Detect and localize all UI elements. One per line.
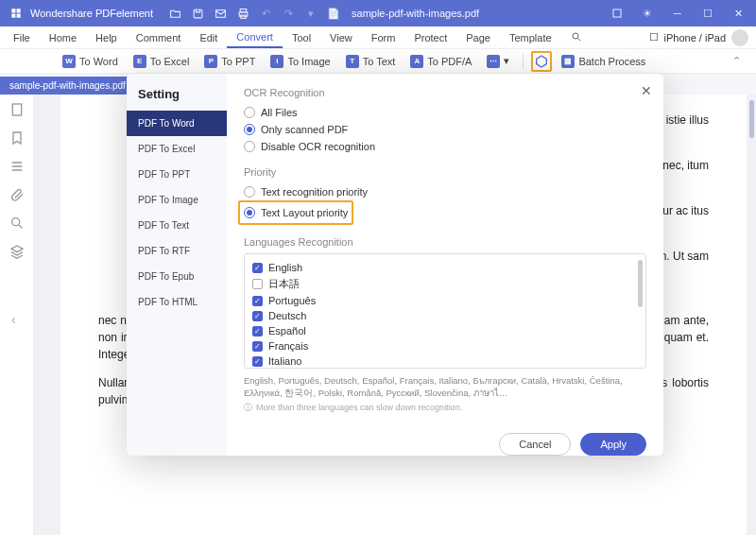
ocr-scanned-radio[interactable]: Only scanned PDF: [244, 121, 646, 138]
menu-tool[interactable]: Tool: [283, 28, 320, 47]
modal-side-pdf-to-word[interactable]: PDF To Word: [127, 111, 227, 136]
languages-section-label: Languages Recognition: [244, 236, 646, 248]
languages-note: ⓘMore than three languages can slow down…: [244, 402, 646, 414]
priority-text-recognition-radio[interactable]: Text recognition priority: [244, 183, 646, 200]
maximize-icon[interactable]: ☐: [694, 2, 722, 25]
svg-marker-7: [537, 56, 547, 67]
modal-sidebar: Setting PDF To Word PDF To Excel PDF To …: [127, 74, 227, 456]
ocr-section-label: OCR Recognition: [244, 87, 646, 98]
modal-side-pdf-to-ppt[interactable]: PDF To PPT: [127, 162, 227, 187]
batch-process-button[interactable]: ▦Batch Process: [556, 53, 651, 70]
menu-protect[interactable]: Protect: [404, 28, 456, 47]
svg-point-6: [573, 33, 578, 39]
svg-rect-5: [613, 9, 621, 17]
to-ppt-button[interactable]: PTo PPT: [198, 53, 261, 70]
search-icon[interactable]: [561, 27, 592, 48]
app-title: Wondershare PDFelement: [30, 8, 153, 19]
menu-comment[interactable]: Comment: [127, 28, 191, 47]
ocr-disable-radio[interactable]: Disable OCR recognition: [244, 138, 646, 155]
minimize-icon[interactable]: ─: [663, 2, 692, 25]
mail-icon[interactable]: [210, 3, 231, 24]
modal-title: Setting: [127, 74, 227, 111]
menu-template[interactable]: Template: [500, 28, 561, 47]
modal-side-pdf-to-html[interactable]: PDF To HTML: [127, 289, 227, 315]
save-icon[interactable]: [187, 3, 208, 24]
expand-icon[interactable]: [603, 2, 631, 25]
svg-point-9: [11, 218, 19, 226]
menu-page[interactable]: Page: [456, 28, 500, 47]
lang-francais[interactable]: ✓Français: [252, 338, 638, 354]
menu-view[interactable]: View: [320, 28, 362, 47]
redo-icon[interactable]: ↷: [278, 3, 299, 24]
priority-section-label: Priority: [244, 166, 646, 178]
iphone-ipad-link[interactable]: iPhone / iPad: [664, 32, 726, 43]
device-icon: ☐: [649, 31, 659, 43]
titlebar: Wondershare PDFelement ↶ ↷ ▾ 📄 sample-pd…: [0, 0, 756, 26]
to-text-button[interactable]: TTo Text: [340, 53, 402, 70]
lang-japanese[interactable]: 日本語: [252, 275, 638, 293]
modal-side-pdf-to-text[interactable]: PDF To Text: [127, 213, 227, 238]
thumbnails-icon[interactable]: [9, 102, 25, 117]
lang-deutsch[interactable]: ✓Deutsch: [252, 308, 638, 323]
print-icon[interactable]: [232, 3, 253, 24]
menu-file[interactable]: File: [4, 28, 40, 47]
ocr-all-files-radio[interactable]: All Files: [244, 104, 646, 121]
convert-settings-button[interactable]: [531, 51, 552, 72]
menu-edit[interactable]: Edit: [190, 28, 227, 47]
app-logo-icon: [8, 5, 25, 22]
lang-italiano[interactable]: ✓Italiano: [252, 354, 638, 369]
lang-portuguese[interactable]: ✓Português: [252, 293, 638, 308]
languages-listbox[interactable]: ✓English 日本語 ✓Português ✓Deutsch ✓Españo…: [244, 253, 646, 369]
to-excel-button[interactable]: ETo Excel: [128, 53, 196, 70]
to-image-button[interactable]: ITo Image: [265, 53, 335, 70]
convert-toolbar: WTo Word ETo Excel PTo PPT ITo Image TTo…: [0, 49, 756, 74]
undo-icon[interactable]: ↶: [255, 3, 276, 24]
modal-side-pdf-to-epub[interactable]: PDF To Epub: [127, 264, 227, 289]
menu-help[interactable]: Help: [86, 28, 127, 47]
priority-text-layout-radio[interactable]: Text Layout priority: [244, 204, 348, 221]
scrollbar[interactable]: [749, 100, 754, 138]
layers-icon[interactable]: [9, 244, 25, 259]
left-sidebar: [0, 95, 34, 535]
menu-convert[interactable]: Convert: [227, 27, 283, 48]
close-modal-icon[interactable]: ✕: [641, 83, 652, 98]
modal-body: ✕ OCR Recognition All Files Only scanned…: [227, 74, 663, 456]
doc-icon: 📄: [323, 3, 344, 24]
document-tab[interactable]: sample-pdf-with-images.pdf✕: [0, 77, 143, 95]
info-icon: ⓘ: [244, 402, 252, 414]
menubar: File Home Help Comment Edit Convert Tool…: [0, 26, 756, 49]
lang-english[interactable]: ✓English: [252, 260, 638, 275]
bookmark-icon[interactable]: [9, 130, 25, 146]
attachment-icon[interactable]: [9, 187, 25, 202]
list-icon[interactable]: [9, 159, 25, 174]
prev-page-icon[interactable]: ‹: [11, 312, 16, 327]
modal-side-pdf-to-rtf[interactable]: PDF To RTF: [127, 238, 227, 264]
more-formats-button[interactable]: ⋯▾: [481, 53, 515, 70]
folder-icon[interactable]: [164, 3, 185, 24]
search-sidebar-icon[interactable]: [9, 216, 25, 231]
menu-home[interactable]: Home: [40, 28, 86, 47]
modal-side-pdf-to-image[interactable]: PDF To Image: [127, 187, 227, 213]
apply-button[interactable]: Apply: [580, 433, 646, 456]
chevron-down-icon[interactable]: ▾: [301, 3, 321, 24]
avatar[interactable]: [731, 29, 748, 46]
convert-settings-modal: Setting PDF To Word PDF To Excel PDF To …: [127, 74, 663, 456]
languages-scrollbar[interactable]: [638, 260, 643, 307]
modal-side-pdf-to-excel[interactable]: PDF To Excel: [127, 136, 227, 162]
lang-espanol[interactable]: ✓Español: [252, 323, 638, 338]
sun-icon[interactable]: ☀: [633, 2, 662, 25]
to-pdfa-button[interactable]: ATo PDF/A: [404, 53, 477, 70]
menu-form[interactable]: Form: [362, 28, 405, 47]
toolbar-collapse-icon[interactable]: ⌃: [725, 55, 748, 67]
languages-summary: English, Português, Deutsch, Español, Fr…: [244, 374, 646, 400]
to-word-button[interactable]: WTo Word: [57, 53, 124, 70]
titlebar-doc-name: sample-pdf-with-images.pdf: [352, 8, 479, 19]
svg-rect-0: [194, 9, 202, 18]
cancel-button[interactable]: Cancel: [499, 433, 571, 456]
close-window-icon[interactable]: ✕: [724, 2, 752, 25]
svg-rect-8: [12, 104, 21, 115]
